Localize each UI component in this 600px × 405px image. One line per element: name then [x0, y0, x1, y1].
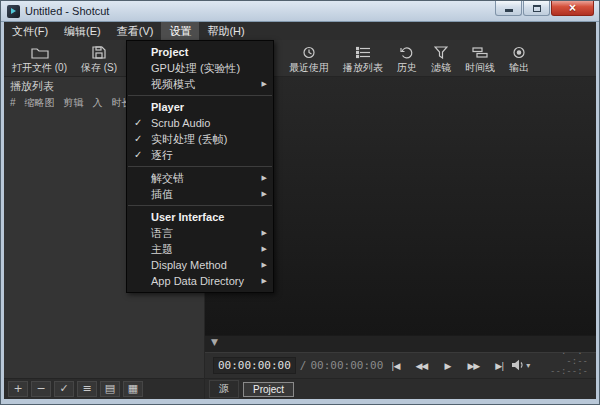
view-details-button[interactable]: ▤: [100, 381, 120, 397]
playlist-icon: [356, 46, 371, 59]
history-icon: [400, 46, 414, 59]
rewind-button[interactable]: ◀◀: [409, 357, 433, 375]
export-label: 输出: [509, 61, 529, 75]
menubar: 文件(F) 编辑(E) 查看(V) 设置 帮助(H): [4, 22, 596, 40]
playlist-menu-button[interactable]: ≡: [77, 381, 97, 397]
volume-icon: [511, 356, 524, 375]
check-icon: ✓: [134, 115, 142, 131]
open-file-button[interactable]: 打开文件 (0): [8, 42, 71, 75]
fast-forward-button[interactable]: ▶▶: [461, 357, 485, 375]
check-icon: ✓: [134, 131, 142, 147]
recent-label: 最近使用: [289, 61, 329, 75]
skip-next-button[interactable]: ▶|: [487, 357, 511, 375]
menu-item-display-method[interactable]: Display Method▶: [127, 257, 273, 273]
app-area: 文件(F) 编辑(E) 查看(V) 设置 帮助(H) 打开文件 (0) 保存 (…: [4, 22, 596, 399]
playlist-label: 播放列表: [343, 61, 383, 75]
maximize-button[interactable]: [523, 1, 550, 16]
filters-button[interactable]: 滤镜: [427, 42, 455, 75]
menu-section-player: Player: [127, 99, 273, 115]
filter-icon: [434, 46, 448, 59]
volume-dropdown-icon: ▾: [526, 361, 530, 370]
titlebar[interactable]: Untitled - Shotcut ×: [1, 1, 599, 22]
menu-item-language[interactable]: 语言▶: [127, 225, 273, 241]
playlist-toolbar: + − ✓ ≡ ▤ ▦: [4, 378, 204, 399]
timeline-icon: [472, 46, 488, 59]
playlist-update-button[interactable]: ✓: [54, 381, 74, 397]
transport-buttons: |◀ ◀◀ ▶ ▶▶ ▶|: [383, 357, 511, 375]
menu-section-user-interface: User Interface: [127, 209, 273, 225]
current-timecode[interactable]: 00:00:00:00: [213, 357, 296, 374]
play-button[interactable]: ▶: [435, 357, 459, 375]
menu-separator: [128, 205, 272, 206]
menu-file[interactable]: 文件(F): [4, 22, 56, 40]
menu-item-theme[interactable]: 主题▶: [127, 241, 273, 257]
submenu-arrow-icon: ▶: [262, 241, 267, 257]
close-button[interactable]: ×: [551, 1, 594, 16]
volume-control[interactable]: ▾: [511, 356, 530, 375]
menu-item-interpolation[interactable]: 插值▶: [127, 186, 273, 202]
clock-icon: [302, 46, 316, 59]
close-icon: ×: [569, 2, 576, 14]
filters-label: 滤镜: [431, 61, 451, 75]
export-button[interactable]: 输出: [505, 42, 533, 75]
column-thumbnail[interactable]: 缩略图: [25, 96, 55, 110]
history-label: 历史: [397, 61, 417, 75]
playlist-button[interactable]: 播放列表: [339, 42, 387, 75]
player-tabs: 源 Project: [205, 378, 596, 399]
main-area: 播放列表 # 缩略图 剪辑 入 时长 开始 + − ✓ ≡ ▤ ▦: [4, 77, 596, 399]
window-border-bottom: [1, 399, 599, 404]
column-index[interactable]: #: [10, 97, 16, 108]
open-file-label: 打开文件 (0): [12, 61, 67, 75]
settings-dropdown-menu: Project GPU处理 (实验性) 视频模式▶ Player ✓Scrub …: [126, 40, 274, 293]
shotcut-window: Untitled - Shotcut × 文件(F) 编辑(E) 查看(V) 设…: [0, 0, 600, 405]
submenu-arrow-icon: ▶: [262, 225, 267, 241]
timeline-label: 时间线: [465, 61, 495, 75]
total-duration: 00:00:00:00: [310, 359, 383, 372]
menu-help[interactable]: 帮助(H): [199, 22, 252, 40]
check-icon: ✓: [134, 147, 142, 163]
tab-source[interactable]: 源: [209, 380, 239, 398]
minimize-icon: [505, 9, 513, 12]
skip-previous-button[interactable]: |◀: [383, 357, 407, 375]
transport-bar: 00:00:00:00 / 00:00:00:00 |◀ ◀◀ ▶ ▶▶ ▶| …: [205, 352, 596, 378]
menu-settings[interactable]: 设置: [161, 22, 199, 40]
window-title: Untitled - Shotcut: [25, 5, 109, 17]
column-clip[interactable]: 剪辑: [64, 96, 84, 110]
menu-item-app-data-directory[interactable]: App Data Directory▶: [127, 273, 273, 289]
export-icon: [512, 46, 526, 59]
menu-section-project: Project: [127, 44, 273, 60]
menu-item-deinterlacer[interactable]: 解交错▶: [127, 170, 273, 186]
playhead-marker[interactable]: ▼: [211, 337, 218, 347]
tab-project[interactable]: Project: [243, 382, 294, 397]
menu-edit[interactable]: 编辑(E): [56, 22, 109, 40]
recent-button[interactable]: 最近使用: [285, 42, 333, 75]
submenu-arrow-icon: ▶: [262, 170, 267, 186]
playlist-add-button[interactable]: +: [8, 381, 28, 397]
main-toolbar: 打开文件 (0) 保存 (S) 性 最近使用 播放列表 历史: [4, 40, 596, 77]
save-button[interactable]: 保存 (S): [77, 42, 121, 75]
app-icon: [7, 5, 20, 18]
submenu-arrow-icon: ▶: [262, 273, 267, 289]
submenu-arrow-icon: ▶: [262, 186, 267, 202]
seek-bar[interactable]: ▼: [205, 335, 596, 352]
save-label: 保存 (S): [81, 61, 117, 75]
menu-item-scrub-audio[interactable]: ✓Scrub Audio: [127, 115, 273, 131]
window-border-right: [596, 22, 599, 404]
timecode-separator: /: [300, 359, 307, 372]
submenu-arrow-icon: ▶: [262, 257, 267, 273]
menu-item-realtime[interactable]: ✓实时处理 (丢帧): [127, 131, 273, 147]
menu-item-video-mode[interactable]: 视频模式▶: [127, 76, 273, 92]
menu-view[interactable]: 查看(V): [109, 22, 162, 40]
menu-item-progressive[interactable]: ✓逐行: [127, 147, 273, 163]
minimize-button[interactable]: [495, 1, 522, 16]
open-file-icon: [31, 46, 49, 59]
history-button[interactable]: 历史: [393, 42, 421, 75]
menu-separator: [128, 95, 272, 96]
playlist-remove-button[interactable]: −: [31, 381, 51, 397]
column-in[interactable]: 入: [93, 96, 103, 110]
menu-item-gpu-processing[interactable]: GPU处理 (实验性): [127, 60, 273, 76]
view-icons-button[interactable]: ▦: [123, 381, 143, 397]
timeline-button[interactable]: 时间线: [461, 42, 499, 75]
save-icon: [92, 46, 106, 59]
menu-separator: [128, 166, 272, 167]
